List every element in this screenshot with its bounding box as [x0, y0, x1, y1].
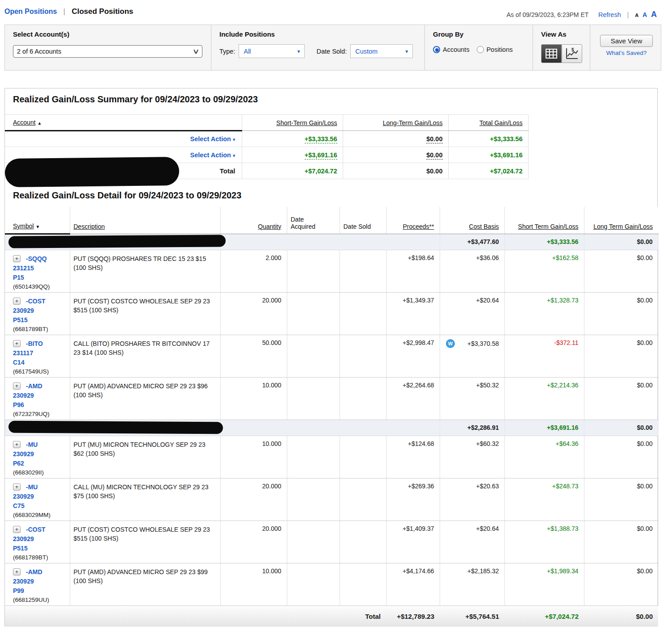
symbol-link[interactable]: -MU: [26, 483, 38, 492]
symbol-link[interactable]: 231117: [13, 349, 70, 358]
cusip: (6683029II): [13, 469, 70, 476]
quantity: 50.000: [220, 335, 287, 377]
detail-header-cost-basis[interactable]: Cost Basis: [440, 207, 504, 234]
redacted-account-name: [8, 421, 223, 434]
symbol-link[interactable]: -COST: [26, 525, 46, 534]
tab-open-positions[interactable]: Open Positions: [4, 8, 57, 15]
symbol-sort-link[interactable]: Symbol: [13, 223, 34, 230]
expand-row-icon[interactable]: +: [13, 526, 21, 533]
symbol-link[interactable]: -MU: [26, 440, 38, 449]
symbol-link[interactable]: C75: [13, 501, 70, 511]
symbol-link[interactable]: C14: [13, 358, 70, 367]
symbol-link[interactable]: P99: [13, 586, 70, 596]
account-select-dropdown[interactable]: 2 of 6 Accounts ∨: [13, 45, 202, 58]
quantity: 20.000: [220, 521, 287, 563]
summary-header-account[interactable]: Account ▲: [5, 115, 242, 131]
select-action-link[interactable]: Select Action ▾: [190, 151, 235, 159]
symbol-link[interactable]: 230929: [13, 534, 70, 544]
tab-separator: |: [63, 8, 65, 15]
detail-title: Realized Gain/Loss Detail for 09/24/2023…: [13, 190, 241, 201]
expand-row-icon[interactable]: +: [13, 568, 21, 575]
type-dropdown[interactable]: All ▾: [239, 44, 305, 58]
symbol-link[interactable]: 230929: [13, 577, 70, 586]
symbol-link[interactable]: 231215: [13, 264, 70, 273]
expand-row-icon[interactable]: +: [13, 340, 21, 347]
summary-1-short-term: +$3,333.56: [242, 131, 343, 147]
date-sold: [340, 292, 386, 335]
symbol-link[interactable]: 230929: [13, 391, 70, 400]
expand-row-icon[interactable]: +: [13, 382, 21, 390]
symbol-link[interactable]: -AMD: [26, 382, 42, 391]
detail-header-proceeds[interactable]: Proceeds**: [386, 207, 440, 234]
symbol-link[interactable]: 230929: [13, 306, 70, 315]
whats-saved-link[interactable]: What's Saved?: [598, 50, 655, 56]
cusip: (6501439QQ): [13, 283, 70, 290]
symbol-link[interactable]: P62: [13, 459, 70, 468]
detail-total-short-term: +$7,024.72: [504, 605, 584, 627]
summary-2-long-term: $0.00: [343, 147, 448, 163]
view-as-chart-button[interactable]: $: [562, 44, 582, 63]
symbol-link[interactable]: P96: [13, 400, 70, 410]
short-term-gain: +$2,214.36: [504, 377, 584, 420]
font-size-small-button[interactable]: A: [635, 13, 638, 18]
cost-basis: +$20.63: [440, 478, 504, 521]
summary-title: Realized Gain/Loss Summary for 09/24/202…: [13, 94, 258, 105]
summary-header-short-term[interactable]: Short-Term Gain/Loss: [242, 115, 343, 131]
detail-header-date-acquired: Date Acquired: [287, 207, 340, 234]
account-sort-link[interactable]: Account: [13, 119, 36, 126]
summary-header-total[interactable]: Total Gain/Loss: [448, 115, 528, 131]
detail-header-date-sold: Date Sold: [340, 207, 386, 234]
description: PUT (COST) COSTCO WHOLESALE SEP 29 23 $5…: [70, 521, 220, 563]
symbol-link[interactable]: P15: [13, 273, 70, 282]
save-view-button[interactable]: Save View: [600, 35, 653, 47]
detail-header-quantity[interactable]: Quantity: [220, 207, 287, 234]
detail-header-description[interactable]: Description: [70, 207, 220, 234]
group-by-positions-radio[interactable]: [477, 46, 484, 53]
expand-row-icon[interactable]: +: [13, 255, 21, 262]
date-sold: [340, 335, 386, 377]
symbol-link[interactable]: 230929: [13, 492, 70, 501]
short-term-loss: -$372.11: [504, 335, 584, 377]
expand-row-icon[interactable]: +: [13, 441, 21, 448]
refresh-link[interactable]: Refresh: [598, 11, 621, 18]
date-acquired: [287, 521, 340, 563]
date-sold-value: Custom: [355, 48, 378, 55]
view-as-table-button[interactable]: [541, 44, 562, 63]
dropdown-arrow-icon: ▾: [233, 153, 235, 158]
symbol-link[interactable]: -BITO: [26, 339, 43, 349]
symbol-link[interactable]: 230929: [13, 449, 70, 459]
symbol-link[interactable]: -SQQQ: [26, 254, 47, 264]
font-size-medium-button[interactable]: A: [643, 11, 647, 18]
wash-sale-icon[interactable]: W: [446, 339, 455, 348]
svg-text:$: $: [571, 47, 574, 52]
detail-header-short-term[interactable]: Short Term Gain/Loss: [504, 207, 584, 234]
chevron-down-icon: ∨: [192, 47, 199, 55]
group-by-positions-label[interactable]: Positions: [487, 46, 513, 53]
symbol-link[interactable]: P515: [13, 315, 70, 325]
group-by-label: Group By: [433, 30, 526, 38]
summary-row-1: Select Action ▾ +$3,333.56 $0.00 +$3,333…: [5, 131, 528, 147]
detail-table-wrap: Symbol ▼ Description Quantity Date Acqui…: [5, 207, 658, 627]
long-term-gain: $0.00: [584, 250, 658, 292]
detail-header-symbol[interactable]: Symbol ▼: [5, 207, 70, 234]
select-action-link[interactable]: Select Action ▾: [190, 135, 235, 143]
expand-row-icon[interactable]: +: [13, 483, 21, 491]
font-size-large-button[interactable]: A: [651, 10, 657, 19]
date-sold-dropdown[interactable]: Custom ▾: [350, 44, 413, 58]
detail-table: Symbol ▼ Description Quantity Date Acqui…: [5, 207, 659, 627]
quantity: 2.000: [220, 250, 287, 292]
date-sold: [340, 377, 386, 420]
description: PUT (AMD) ADVANCED MICRO SEP 29 23 $99 (…: [70, 563, 220, 605]
cost-basis: +$20.64: [440, 292, 504, 335]
summary-header-long-term[interactable]: Long-Term Gain/Loss: [343, 115, 448, 131]
symbol-link[interactable]: P515: [13, 544, 70, 553]
filter-panel: Select Account(s) 2 of 6 Accounts ∨ Incl…: [4, 25, 661, 71]
symbol-link[interactable]: -AMD: [26, 567, 42, 577]
group-by-accounts-radio[interactable]: [433, 46, 440, 53]
group-by-accounts-label[interactable]: Accounts: [443, 46, 470, 53]
symbol-link[interactable]: -COST: [26, 297, 46, 306]
expand-row-icon[interactable]: +: [13, 298, 21, 305]
position-row-cost-2: + -COST 230929 P515 (6681789BT) PUT (COS…: [5, 521, 658, 563]
detail-total-long-term: $0.00: [584, 605, 658, 627]
detail-header-long-term[interactable]: Long Term Gain/Loss: [584, 207, 658, 234]
